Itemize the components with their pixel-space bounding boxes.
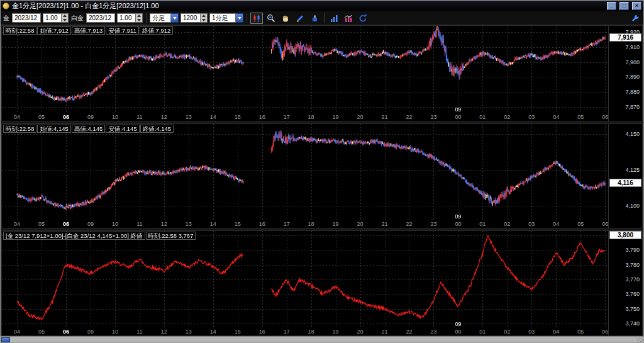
spread-plot[interactable]: [金 23/12 7,912×1.00]-[白金 23/12 4,145×1.0… — [2, 231, 608, 335]
x-tick-label: 03 — [528, 114, 535, 120]
app-icon — [3, 3, 9, 9]
x-tick-label: 09 — [87, 329, 94, 335]
y-tick-label: 7,910 — [625, 44, 640, 50]
x-tick-label: 11 — [136, 329, 142, 335]
minimize-button[interactable]: _ — [607, 2, 616, 10]
x-tick-label: 06 — [602, 221, 608, 227]
window-title: 金1分足[2023/12]1.00 - 白金1分足[2023/12]1.00 — [12, 1, 604, 11]
x-tick-label: 02 — [504, 329, 510, 335]
y-tick-label: 3,760 — [625, 291, 640, 297]
zoom-in-icon — [267, 14, 275, 23]
spinner-arrows-icon[interactable] — [201, 13, 208, 23]
period-type-value[interactable]: 分足 — [150, 13, 171, 23]
platinum-multiplier-value[interactable]: 1.00 — [117, 13, 136, 23]
chevron-down-icon[interactable] — [236, 13, 243, 23]
platinum-x-axis: 0405060910111213141516171819202122230001… — [2, 220, 608, 228]
spread-chart-panel: [金 23/12 7,912×1.00]-[白金 23/12 4,145×1.0… — [1, 230, 643, 336]
candlestick-icon — [252, 14, 261, 23]
toolbar-separator — [146, 13, 147, 23]
titlebar[interactable]: 金1分足[2023/12]1.00 - 白金1分足[2023/12]1.00 _… — [1, 1, 643, 11]
x-tick-label: 15 — [235, 114, 241, 120]
period-type-dropdown[interactable]: 分足 — [150, 13, 179, 23]
settings-button[interactable] — [629, 13, 641, 24]
bar-count-value[interactable]: 1200 — [180, 13, 201, 23]
zoom-button[interactable] — [265, 13, 277, 24]
gold-y-axis[interactable]: 7,916 7,9207,9107,9007,8907,8807,870 — [608, 26, 642, 121]
x-tick-label: 06 — [63, 329, 69, 335]
spinner-arrows-icon[interactable] — [62, 13, 69, 23]
bar-count-stepper[interactable]: 1200 — [180, 13, 208, 23]
x-tick-label: 20 — [357, 329, 364, 335]
chart-info-box: [金 23/12 7,912×1.00]-[白金 23/12 4,145×1.0… — [3, 232, 145, 240]
platinum-contract-field[interactable]: 2023/12 — [86, 13, 115, 23]
resize-grip-icon[interactable] — [636, 337, 643, 342]
platinum-label: 白金 — [70, 14, 84, 23]
x-tick-label: 06 — [602, 114, 608, 120]
x-tick-label: 14 — [210, 221, 216, 227]
scrollbar-thumb[interactable] — [1, 337, 10, 342]
chart-info-box: 始値:7,912 — [37, 26, 70, 35]
gold-multiplier-stepper[interactable]: 1.00 — [43, 13, 69, 23]
spread-chart-canvas[interactable] — [2, 231, 608, 328]
spinner-arrows-icon[interactable] — [136, 13, 143, 23]
x-tick-label: 00 — [455, 114, 461, 120]
ink-marker-button[interactable] — [308, 13, 321, 24]
close-button[interactable]: × — [632, 2, 641, 10]
y-tick-label: 7,900 — [625, 59, 640, 65]
x-tick-label: 12 — [161, 221, 167, 227]
x-tick-label: 18 — [308, 329, 314, 335]
refresh-button[interactable] — [357, 13, 369, 24]
maximize-button[interactable]: □ — [619, 2, 629, 10]
gold-chart-canvas[interactable] — [2, 26, 608, 113]
gold-contract-field[interactable]: 2023/12 — [12, 13, 41, 23]
chevron-down-icon[interactable] — [171, 13, 179, 23]
chart-info-box: 安値:4,145 — [106, 125, 139, 133]
platinum-y-axis[interactable]: 4,116 4,1504,1254,100 — [608, 124, 642, 228]
gold-plot[interactable]: 時刻:22:58始値:7,912高値:7,913安値:7,911終値:7,912… — [2, 26, 608, 121]
x-tick-label: 05 — [38, 329, 45, 335]
toolbar: 金 2023/12 1.00 白金 2023/12 1.00 分足 1200 1… — [1, 11, 643, 25]
y-tick-label: 3,780 — [625, 262, 640, 268]
x-tick-label: 05 — [577, 114, 584, 120]
y-tick-label: 3,770 — [625, 276, 640, 283]
x-tick-label: 23 — [430, 329, 436, 335]
spread-price-badge: 3,800 — [609, 231, 641, 239]
x-tick-label: 16 — [259, 329, 265, 335]
bar-chart-button[interactable] — [328, 13, 340, 24]
candlestick-chart-button[interactable] — [250, 13, 263, 24]
horizontal-scrollbar[interactable] — [1, 336, 643, 342]
pan-button[interactable] — [279, 13, 292, 24]
pan-hand-icon — [281, 14, 290, 23]
gold-info-row: 時刻:22:58始値:7,912高値:7,913安値:7,911終値:7,912 — [3, 26, 174, 35]
spread-x-axis: 0405060910111213141516171819202122230001… — [2, 328, 608, 335]
x-tick-label: 17 — [284, 114, 290, 120]
x-tick-label: 01 — [479, 329, 486, 335]
indicator-chart-button[interactable] — [342, 13, 355, 24]
timeframe-value[interactable]: 1分足 — [209, 13, 236, 23]
x-tick-label: 18 — [308, 114, 314, 120]
spread-y-axis[interactable]: 3,800 3,8003,7903,7803,7703,7603,7503,74… — [608, 231, 642, 335]
x-tick-label: 14 — [210, 114, 216, 120]
chart-info-box: 時刻:22:58 3,767 — [146, 232, 196, 240]
x-tick-label: 12 — [161, 329, 167, 335]
y-tick-label: 4,150 — [625, 131, 640, 137]
toolbar-separator — [324, 13, 325, 23]
x-tick-label: 00 — [455, 329, 461, 335]
draw-button[interactable] — [294, 13, 306, 24]
platinum-plot[interactable]: 時刻:22:58始値:4,145高値:4,145安値:4,145終値:4,145… — [2, 124, 608, 228]
x-tick-label: 15 — [235, 329, 241, 335]
x-tick-label: 13 — [186, 114, 192, 120]
chart-info-box: 時刻:22:58 — [3, 125, 36, 133]
gold-multiplier-value[interactable]: 1.00 — [43, 13, 62, 23]
x-tick-label: 04 — [553, 329, 559, 335]
refresh-icon — [358, 14, 367, 23]
chart-info-box: 高値:7,913 — [72, 26, 105, 35]
gold-price-badge: 7,916 — [609, 33, 641, 42]
y-tick-label: 7,890 — [625, 74, 640, 80]
timeframe-dropdown[interactable]: 1分足 — [209, 13, 243, 23]
x-tick-label: 03 — [528, 329, 535, 335]
x-tick-label: 10 — [112, 329, 118, 335]
x-tick-label: 02 — [504, 221, 510, 227]
platinum-multiplier-stepper[interactable]: 1.00 — [117, 13, 143, 23]
platinum-chart-canvas[interactable] — [2, 124, 608, 220]
